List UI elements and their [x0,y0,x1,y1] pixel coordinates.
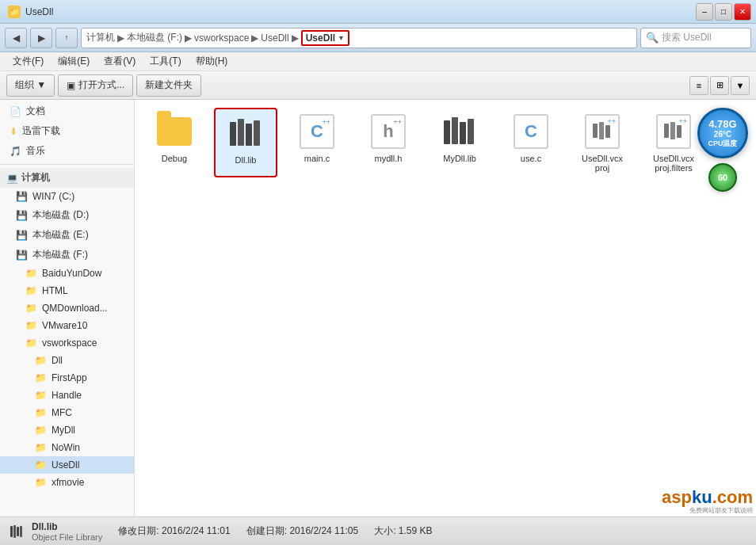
sidebar-item-mfc[interactable]: 📁 MFC [0,404,134,421]
sidebar-item-firstapp[interactable]: 📁 FirstApp [0,369,134,387]
sidebar-label-firstapp: FirstApp [52,372,87,383]
minimize-button[interactable]: – [696,3,713,21]
mydllh-icon: h ++ [369,112,407,151]
sidebar-label-qm: QMDownload... [42,303,108,314]
mainc-label: main.c [304,154,330,163]
title-bar: 📁 UseDll – □ ✕ [0,0,756,24]
sidebar-label-vsworkspace: vsworkspace [42,337,97,349]
file-item-debug[interactable]: Debug [143,108,206,177]
status-icon-area: Dll.lib Object File Library [8,521,102,542]
sidebar-item-e-drive[interactable]: 💾 本地磁盘 (E:) [0,225,134,245]
back-button[interactable]: ◀ [5,28,27,48]
drive-d-icon: 💾 [16,210,28,221]
folder-shape [157,117,192,146]
path-dropdown-arrow[interactable]: ▼ [338,34,345,42]
sidebar-item-d-drive[interactable]: 💾 本地磁盘 (D:) [0,205,134,225]
sidebar-item-vmware[interactable]: 📁 VMware10 [0,317,134,334]
disk-size: 4.78G [708,118,736,130]
folder-title-icon: 📁 [8,6,21,18]
sidebar-label-f-drive: 本地磁盘 (F:) [32,248,88,261]
sidebar-item-mydll[interactable]: 📁 MyDll [0,421,134,439]
file-item-dllLib[interactable]: Dll.lib [214,108,277,177]
sidebar-label-c-drive: WIN7 (C:) [32,191,74,202]
sidebar-label-documents: 文档 [26,105,45,118]
sidebar-label-mfc: MFC [52,407,72,418]
temperature: 26°C [714,130,731,139]
file-item-mydllh[interactable]: h ++ mydll.h [357,108,420,177]
path-active-segment[interactable]: UseDll ▼ [301,30,349,46]
folder-baidu-icon: 📁 [25,268,37,279]
close-button[interactable]: ✕ [734,3,751,21]
menu-file[interactable]: 文件(F) [6,53,50,70]
sidebar-item-music[interactable]: 🎵 音乐 [0,141,134,161]
c2-letter: C [525,121,537,142]
open-with-button[interactable]: ▣ 打开方式... [58,74,133,97]
sidebar-item-dll[interactable]: 📁 Dll [0,352,134,369]
view-details-button[interactable]: ≡ [689,76,708,95]
menu-edit[interactable]: 编辑(E) [52,53,96,70]
sidebar-item-handle[interactable]: 📁 Handle [0,387,134,404]
view-icons-button[interactable]: ⊞ [710,76,729,95]
sidebar-item-baidu[interactable]: 📁 BaiduYunDow [0,265,134,282]
file-item-mydllLib[interactable]: MyDll.lib [428,108,491,177]
svg-rect-12 [670,122,675,139]
new-folder-button[interactable]: 新建文件夹 [136,74,201,97]
folder-vmware-icon: 📁 [25,320,37,331]
modified-date: 2016/2/24 11:01 [162,525,231,536]
sidebar-item-f-drive[interactable]: 💾 本地磁盘 (F:) [0,245,134,265]
toolbar: 组织 ▼ ▣ 打开方式... 新建文件夹 ≡ ⊞ ▼ [0,71,756,100]
file-item-vcxprojfilters[interactable]: ++ UseDll.vcx proj.filters [642,108,705,177]
search-box[interactable]: 🔍 搜索 UseDll [640,28,751,48]
sidebar-item-nowin[interactable]: 📁 NoWin [0,439,134,456]
up-button[interactable]: ↑ [55,28,78,48]
address-path[interactable]: 计算机 ▶ 本地磁盘 (F:) ▶ vsworkspace ▶ UseDll ▶… [81,28,637,48]
sidebar-label-d-drive: 本地磁盘 (D:) [32,208,89,222]
drive-f-icon: 💾 [16,250,28,261]
sidebar-label-mydll: MyDll [52,425,75,436]
file-grid: Debug Dll.lib [143,108,748,177]
sidebar-item-vsworkspace[interactable]: 📁 vsworkspace [0,334,134,352]
sidebar-item-usedll[interactable]: 📁 UseDll [0,456,134,474]
cpu-circle: 4.78G 26°C CPU温度 [697,108,748,158]
view-buttons: ≡ ⊞ ▼ [689,76,750,95]
debug-label: Debug [162,154,187,163]
file-item-vcxproj[interactable]: ++ UseDll.vcx proj [571,108,634,177]
maximize-button[interactable]: □ [715,3,732,21]
svg-rect-14 [10,526,13,537]
mainc-icon: C ++ [298,112,336,151]
sidebar-item-xunlei[interactable]: ⬇ 迅雷下载 [0,121,134,141]
file-area: Debug Dll.lib [135,100,756,516]
open-icon: ▣ [67,80,75,91]
svg-rect-15 [13,525,16,538]
folder-xfmovie-icon: 📁 [35,477,47,488]
sidebar-item-qm[interactable]: 📁 QMDownload... [0,299,134,317]
vcxproj-icon: ++ [583,112,621,151]
organize-button[interactable]: 组织 ▼ [6,74,55,97]
svg-rect-2 [246,124,252,146]
watermark: aspku.com [662,489,753,506]
sidebar-item-c-drive[interactable]: 💾 WIN7 (C:) [0,188,134,205]
svg-rect-13 [677,125,682,138]
menu-view[interactable]: 查看(V) [97,53,142,70]
svg-rect-3 [254,120,260,146]
file-item-mainc[interactable]: C ++ main.c [285,108,349,177]
file-item-usec[interactable]: C use.c [499,108,563,177]
status-file-name: Dll.lib Object File Library [32,521,102,542]
debug-icon [155,112,193,151]
sidebar-item-documents[interactable]: 📄 文档 [0,101,134,121]
created-date: 2016/2/24 11:05 [289,525,358,536]
sidebar-item-xfmovie[interactable]: 📁 xfmovie [0,474,134,491]
watermark-area: aspku.com 免费网站朋友下载说明 [662,489,753,515]
watermark-asp: asp [662,487,692,507]
organize-label: 组织 ▼ [15,78,46,92]
sidebar-label-xunlei: 迅雷下载 [22,124,60,138]
view-more-button[interactable]: ▼ [731,76,750,95]
forward-button[interactable]: ▶ [30,28,52,48]
sidebar-item-html[interactable]: 📁 HTML [0,282,134,299]
status-modified: 修改日期: 2016/2/24 11:01 [118,524,230,538]
menu-tools[interactable]: 工具(T) [143,53,187,70]
vcxproj-label: UseDll.vcx proj [575,154,629,173]
menu-help[interactable]: 帮助(H) [189,53,235,70]
svg-rect-7 [468,119,474,144]
svg-rect-10 [605,125,610,138]
